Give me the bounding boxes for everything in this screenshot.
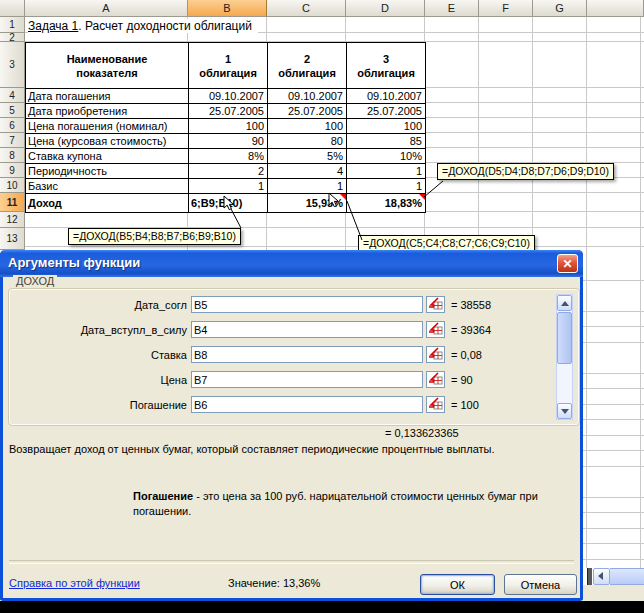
scroll-down-button[interactable]	[557, 403, 572, 419]
cell-b7[interactable]: 90	[189, 134, 268, 149]
status-strip	[583, 585, 644, 601]
close-button[interactable]: ✕	[557, 254, 578, 273]
range-select-button[interactable]	[426, 371, 445, 388]
row-header-8[interactable]: 8	[0, 148, 25, 163]
cell-c7[interactable]: 80	[268, 134, 347, 149]
row-header-13[interactable]: 13	[0, 228, 25, 250]
arg-label-data-vstupl: Дата_вступл_в_силу	[9, 324, 187, 336]
cell-a4[interactable]: Дата погашения	[26, 89, 189, 104]
function-help-link[interactable]: Справка по этой функции	[9, 577, 140, 589]
column-header-f[interactable]: F	[479, 0, 533, 17]
close-icon: ✕	[562, 257, 572, 271]
column-header-d[interactable]: D	[346, 0, 425, 17]
range-select-button[interactable]	[426, 321, 445, 338]
cell-c6[interactable]: 100	[268, 119, 347, 134]
column-header-b[interactable]: B	[188, 0, 267, 17]
arg-input-pogashenie[interactable]	[191, 396, 423, 413]
scroll-left-button[interactable]	[593, 568, 610, 585]
table-header-bond2[interactable]: 2 облигация	[268, 43, 347, 89]
cell-a8[interactable]: Ставка купона	[26, 149, 189, 164]
arg-input-stavka[interactable]	[191, 346, 423, 363]
dialog-titlebar[interactable]: Аргументы функции ✕	[0, 250, 583, 277]
column-header-partial[interactable]	[587, 0, 644, 17]
cell-a10[interactable]: Базис	[26, 179, 189, 194]
argument-help-text: - это цена за 100 руб. нарицательной сто…	[133, 490, 538, 517]
arg-input-data-sogl[interactable]	[191, 296, 423, 313]
bond-table: Наименование показателя 1 облигация 2 об…	[25, 42, 426, 213]
row-header-9[interactable]: 9	[0, 163, 25, 178]
column-header-c[interactable]: C	[267, 0, 346, 17]
cell-d4[interactable]: 09.10.2007	[347, 89, 426, 104]
cell-a7[interactable]: Цена (курсовая стоимость)	[26, 134, 189, 149]
cell-d8[interactable]: 10%	[347, 149, 426, 164]
table-row: Периодичность 2 4 1	[26, 164, 426, 179]
cell-b9[interactable]: 2	[189, 164, 268, 179]
cell-a11[interactable]: Доход	[26, 194, 189, 213]
arg-input-data-vstupl[interactable]	[191, 321, 423, 338]
cell-d6[interactable]: 100	[347, 119, 426, 134]
arg-label-stavka: Ставка	[9, 349, 187, 361]
select-all-corner[interactable]	[0, 0, 25, 17]
row-header-5[interactable]: 5	[0, 103, 25, 118]
arrow-up-icon	[561, 301, 569, 306]
cell-b11-formula-edit[interactable]: 6;B9;B10)	[189, 194, 268, 213]
row-header-7[interactable]: 7	[0, 133, 25, 148]
table-row: Цена (курсовая стоимость) 90 80 85	[26, 134, 426, 149]
cell-a6[interactable]: Цена погашения (номинал)	[26, 119, 189, 134]
range-picker-icon	[428, 372, 443, 385]
row-header-10[interactable]: 10	[0, 178, 25, 193]
cell-a9[interactable]: Периодичность	[26, 164, 189, 179]
row-header-3[interactable]: 3	[0, 42, 25, 88]
arg-result-cena: = 90	[451, 374, 473, 386]
comment-indicator-c11	[340, 194, 346, 200]
table-row: Дата приобретения 25.07.2005 25.07.2005 …	[26, 104, 426, 119]
row-header-11[interactable]: 11	[0, 193, 25, 212]
row-header-6[interactable]: 6	[0, 118, 25, 133]
sheet-title-cell[interactable]: Задача 1. Расчет доходности облигаций	[28, 19, 258, 33]
cell-d10[interactable]: 1	[347, 179, 426, 194]
cell-c5[interactable]: 25.07.2005	[268, 104, 347, 119]
row-header-2[interactable]: 2	[0, 33, 25, 42]
row-header-4[interactable]: 4	[0, 88, 25, 103]
title-rest: . Расчет доходности облигаций	[78, 19, 252, 33]
column-header-g[interactable]: G	[533, 0, 587, 17]
column-header-a[interactable]: A	[25, 0, 188, 17]
range-select-button[interactable]	[426, 396, 445, 413]
arg-result-data-vstupl: = 39364	[451, 324, 491, 336]
cell-c11[interactable]: 15,93%	[268, 194, 347, 213]
arg-input-cena[interactable]	[191, 371, 423, 388]
screen-bottom-edge	[0, 601, 644, 613]
cell-d5[interactable]: 25.07.2005	[347, 104, 426, 119]
range-select-button[interactable]	[426, 346, 445, 363]
cell-b4[interactable]: 09.10.2007	[189, 89, 268, 104]
value-preview: Значение: 13,36%	[228, 577, 320, 589]
horizontal-scrollbar-track[interactable]	[610, 568, 644, 585]
table-header-bond3[interactable]: 3 облигация	[347, 43, 426, 89]
cell-d7[interactable]: 85	[347, 134, 426, 149]
row-header-12[interactable]: 12	[0, 212, 25, 228]
cell-c4[interactable]: 09.10.2007	[268, 89, 347, 104]
cell-d11[interactable]: 18,83%	[347, 194, 426, 213]
cell-d9[interactable]: 1	[347, 164, 426, 179]
cell-b8[interactable]: 8%	[189, 149, 268, 164]
cell-b5[interactable]: 25.07.2005	[189, 104, 268, 119]
cancel-button[interactable]: Отмена	[504, 574, 577, 595]
cell-c10[interactable]: 1	[268, 179, 347, 194]
cell-b6[interactable]: 100	[189, 119, 268, 134]
scroll-up-button[interactable]	[557, 295, 572, 311]
scrollbar-thumb[interactable]	[557, 312, 572, 364]
table-header-bond1[interactable]: 1 облигация	[189, 43, 268, 89]
scrollbar-split-handle[interactable]	[587, 568, 592, 585]
cell-b10[interactable]: 1	[189, 179, 268, 194]
table-header-name[interactable]: Наименование показателя	[26, 43, 189, 89]
range-select-button[interactable]	[426, 296, 445, 313]
function-description: Возвращает доход от ценных бумаг, которы…	[9, 443, 569, 455]
cell-c8[interactable]: 5%	[268, 149, 347, 164]
cell-a5[interactable]: Дата приобретения	[26, 104, 189, 119]
arguments-scrollbar[interactable]	[556, 294, 573, 420]
column-header-e[interactable]: E	[425, 0, 479, 17]
range-picker-icon	[428, 297, 443, 310]
cell-c9[interactable]: 4	[268, 164, 347, 179]
comment-tooltip-b11: =ДОХОД(B5;B4;B8;B7;B6;B9;B10)	[68, 228, 241, 245]
ok-button[interactable]: ОК	[420, 574, 495, 595]
